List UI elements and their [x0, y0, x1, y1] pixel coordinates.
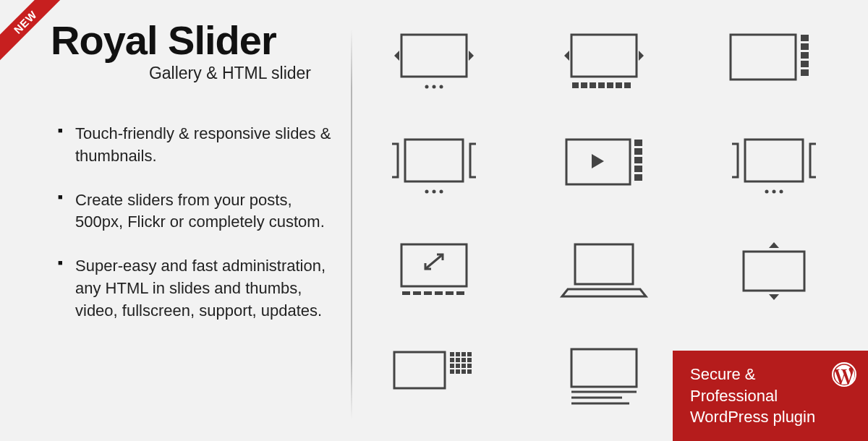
svg-point-5 [440, 85, 443, 89]
svg-rect-17 [801, 35, 809, 41]
svg-rect-53 [450, 358, 454, 362]
svg-point-34 [765, 190, 769, 194]
svg-point-3 [425, 85, 429, 89]
svg-rect-32 [634, 174, 642, 181]
svg-rect-64 [467, 369, 472, 374]
svg-rect-48 [394, 352, 445, 388]
svg-rect-40 [424, 291, 432, 295]
feature-item: Super-easy and fast administration, any … [58, 255, 333, 322]
svg-marker-47 [769, 294, 779, 300]
svg-point-35 [773, 190, 776, 194]
svg-rect-6 [571, 35, 637, 77]
svg-rect-13 [607, 82, 613, 88]
svg-rect-44 [575, 244, 633, 284]
feature-item: Touch-friendly & responsive slides & thu… [58, 123, 333, 168]
svg-rect-50 [456, 352, 460, 356]
layout-side-thumbs-icon [723, 29, 825, 94]
svg-rect-45 [744, 252, 804, 291]
layout-arrows-thumbs-icon [553, 29, 655, 94]
badge-line: WordPress plugin [690, 408, 815, 426]
svg-point-25 [440, 190, 443, 194]
svg-rect-22 [405, 140, 463, 181]
svg-rect-52 [467, 352, 472, 356]
svg-rect-15 [624, 82, 631, 88]
svg-rect-57 [450, 364, 454, 368]
layout-peek-dots-icon [723, 134, 825, 199]
layout-fullscreen-icon [383, 239, 485, 304]
svg-point-23 [425, 190, 429, 194]
svg-rect-16 [731, 35, 796, 80]
svg-rect-9 [572, 82, 579, 88]
wordpress-icon [832, 362, 856, 387]
layout-laptop-icon [553, 239, 655, 304]
layout-arrows-dots-icon [383, 29, 485, 94]
svg-rect-55 [461, 358, 466, 362]
svg-rect-18 [801, 43, 809, 50]
layout-vertical-arrows-icon [723, 239, 825, 304]
svg-rect-41 [435, 291, 443, 295]
svg-rect-49 [450, 352, 454, 356]
svg-marker-8 [639, 51, 644, 61]
layout-peek-sides-icon [383, 134, 485, 199]
svg-rect-56 [467, 358, 472, 362]
svg-rect-42 [446, 291, 454, 295]
svg-rect-31 [634, 166, 642, 172]
product-title: Royal Slider [51, 20, 333, 61]
svg-rect-61 [450, 369, 454, 374]
svg-rect-39 [413, 291, 421, 295]
svg-rect-14 [616, 82, 622, 88]
svg-marker-46 [769, 242, 779, 248]
svg-marker-1 [394, 51, 399, 61]
svg-point-4 [433, 85, 436, 89]
feature-item: Create sliders from your posts, 500px, F… [58, 189, 333, 234]
wordpress-badge: Secure & Professional WordPress plugin [673, 351, 868, 441]
svg-rect-37 [401, 244, 467, 286]
feature-list: Touch-friendly & responsive slides & thu… [51, 123, 333, 322]
svg-marker-7 [564, 51, 569, 61]
svg-rect-59 [461, 364, 466, 368]
svg-rect-54 [456, 358, 460, 362]
layout-grid-thumbs-icon [383, 343, 485, 408]
svg-rect-0 [401, 35, 467, 77]
svg-rect-10 [581, 82, 587, 88]
svg-rect-38 [402, 291, 410, 295]
svg-rect-19 [801, 52, 809, 59]
layout-captions-icon [553, 343, 655, 408]
svg-rect-11 [590, 82, 596, 88]
svg-rect-29 [634, 148, 642, 155]
svg-rect-28 [634, 140, 642, 146]
svg-marker-2 [469, 51, 474, 61]
svg-rect-43 [456, 291, 464, 295]
svg-rect-62 [456, 369, 460, 374]
svg-rect-51 [461, 352, 466, 356]
svg-marker-27 [592, 154, 604, 168]
svg-rect-63 [461, 369, 466, 374]
badge-line: Secure & [690, 365, 756, 383]
svg-rect-33 [745, 140, 803, 181]
product-subtitle: Gallery & HTML slider [51, 64, 333, 83]
vertical-divider [351, 29, 352, 419]
svg-rect-65 [571, 349, 637, 387]
svg-rect-12 [598, 82, 605, 88]
svg-rect-20 [801, 61, 809, 67]
svg-rect-30 [634, 157, 642, 163]
svg-point-24 [433, 190, 436, 194]
svg-point-36 [780, 190, 783, 194]
svg-rect-58 [456, 364, 460, 368]
svg-rect-21 [801, 69, 809, 76]
badge-line: Professional [690, 387, 778, 405]
svg-rect-60 [467, 364, 472, 368]
layout-video-thumbs-icon [553, 134, 655, 199]
